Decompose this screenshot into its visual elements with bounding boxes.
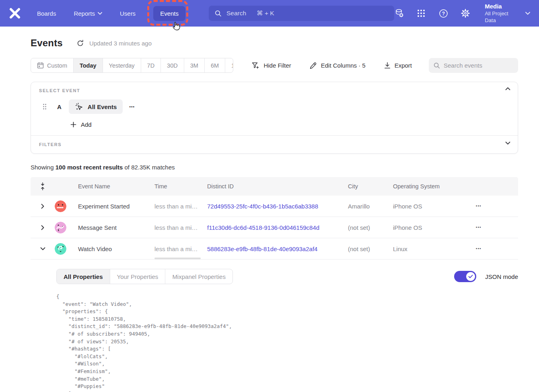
search-icon [215, 10, 222, 17]
code-line: "# of views": 20535, [56, 338, 518, 346]
detail-toolbar: All Properties Your Properties Mixpanel … [56, 269, 518, 284]
help-icon[interactable]: ? [438, 8, 448, 19]
results-prefix: Showing [31, 164, 56, 171]
mixpanel-logo-icon[interactable] [8, 6, 22, 20]
global-search-input[interactable]: Search ⌘ + K [209, 6, 394, 21]
project-switcher[interactable]: Media All Project Data [485, 2, 530, 24]
apps-grid-icon[interactable] [416, 8, 427, 19]
cell-os: iPhone OS [393, 224, 469, 231]
column-header-time[interactable]: Time [154, 183, 207, 190]
json-code-block: { "event": "Watch Video", "properties": … [56, 293, 518, 392]
add-event-button[interactable]: Add [70, 121, 510, 128]
date-range-7d[interactable]: 7D [141, 58, 161, 72]
date-range-custom[interactable]: Custom [31, 58, 74, 72]
hide-filter-label: Hide Filter [263, 62, 291, 69]
cell-os: iPhone OS [393, 203, 469, 210]
date-range-today[interactable]: Today [74, 58, 103, 72]
tab-all-properties[interactable]: All Properties [57, 269, 110, 284]
json-mode-label: JSON mode [485, 273, 518, 280]
refresh-icon[interactable] [76, 39, 84, 47]
code-line: "#Wilson", [56, 360, 518, 368]
table-row[interactable]: Message Sent less than a min... f11c30d6… [31, 217, 518, 238]
title-row: Events Updated 3 minutes ago [31, 37, 518, 49]
code-line: "#lolCats", [56, 353, 518, 361]
table-row-expanded[interactable]: Watch Video less than a min... 5886283e-… [31, 238, 518, 260]
nav-item-events-wrap: Events [153, 6, 185, 21]
date-range-3m[interactable]: 3M [184, 58, 205, 72]
toolbar-right: Hide Filter Edit Columns · 5 [233, 58, 518, 73]
expand-row-chevron-right-icon[interactable] [31, 225, 55, 230]
tab-your-properties[interactable]: Your Properties [110, 269, 166, 284]
search-events-input[interactable] [444, 62, 512, 69]
collapse-section-chevron-up-icon[interactable] [505, 87, 510, 91]
settings-gear-icon[interactable] [460, 8, 471, 19]
drag-handle-icon[interactable] [43, 103, 47, 110]
event-row-letter: A [57, 103, 62, 110]
hide-filter-button[interactable]: Hide Filter [252, 62, 291, 69]
expand-row-chevron-right-icon[interactable] [31, 204, 55, 209]
code-line: "#hashtags": [ [56, 345, 518, 353]
cell-distinct-id-link[interactable]: 5886283e-e9fb-48fb-81de-40e9093a2af4 [207, 246, 348, 252]
search-placeholder: Search [226, 10, 246, 17]
cell-city: (not set) [348, 224, 393, 231]
export-button[interactable]: Export [384, 62, 412, 69]
date-range-30d[interactable]: 30D [161, 58, 184, 72]
nav-item-users[interactable]: Users [120, 10, 136, 17]
edit-columns-button[interactable]: Edit Columns · 5 [310, 62, 366, 69]
column-header-os[interactable]: Operating System [393, 183, 469, 190]
event-avatar [55, 222, 66, 233]
json-mode-toggle[interactable] [454, 271, 476, 282]
row-more-options-icon[interactable]: ••• [469, 225, 518, 229]
date-range-yesterday[interactable]: Yesterday [103, 58, 141, 72]
expand-filters-chevron-down-icon[interactable] [505, 141, 510, 145]
tab-mixpanel-properties[interactable]: Mixpanel Properties [165, 269, 232, 284]
filters-section: FILTERS [31, 136, 518, 153]
column-header-distinct-id[interactable]: Distinct ID [207, 183, 348, 190]
top-navbar: Boards Reports Users Events Sea [0, 0, 539, 27]
code-line: "#meTube", [56, 375, 518, 383]
svg-text:?: ? [442, 11, 445, 17]
event-avatar [55, 243, 66, 255]
table-row[interactable]: Experiment Started less than a min... 72… [31, 196, 518, 217]
date-range-label: 30D [167, 62, 178, 69]
project-scope: All Project Data [485, 10, 520, 24]
cell-distinct-id-link[interactable]: f11c30d6-dc6d-4518-9136-0d046159c84d [207, 224, 348, 231]
column-header-city[interactable]: City [348, 183, 393, 190]
collapse-all-rows-icon[interactable] [31, 182, 55, 190]
code-line: "time": 1585810758, [56, 316, 518, 323]
data-management-icon[interactable] [394, 8, 405, 19]
date-range-label: Custom [47, 62, 67, 69]
event-avatar [55, 200, 66, 212]
download-icon [384, 62, 391, 69]
query-builder-card: SELECT EVENT A [31, 82, 518, 154]
collapse-row-chevron-down-icon[interactable] [31, 247, 55, 250]
nav-item-boards[interactable]: Boards [37, 10, 56, 17]
date-range-label: Yesterday [109, 62, 135, 69]
nav-item-label: Events [160, 10, 179, 17]
cell-os: Linux [393, 246, 469, 252]
events-table: Event Name Time Distinct ID City Operati… [31, 177, 518, 392]
tab-label: All Properties [64, 273, 103, 280]
nav-item-events[interactable]: Events [153, 6, 185, 21]
event-more-options-icon[interactable]: ••• [129, 105, 135, 109]
results-suffix: of 82.35K matches [123, 164, 175, 171]
date-range-12m[interactable]: 12M [225, 58, 233, 72]
row-more-options-icon[interactable]: ••• [469, 247, 518, 251]
filters-label: FILTERS [39, 142, 510, 147]
date-range-control: Custom Today Yesterday 7D 30D 3M 6M 12M [31, 58, 233, 73]
date-range-6m[interactable]: 6M [205, 58, 225, 72]
code-line: "#Puppies" [56, 383, 518, 390]
page-content: Events Updated 3 minutes ago Custom [0, 37, 539, 392]
code-line: { [56, 293, 518, 301]
nav-item-reports[interactable]: Reports [74, 10, 102, 17]
cell-distinct-id-link[interactable]: 72d49553-25fc-4f0c-b436-1b5ac6ab3388 [207, 203, 348, 210]
row-more-options-icon[interactable]: ••• [469, 204, 518, 208]
nav-item-label: Boards [37, 10, 56, 17]
results-count: 100 most recent results [56, 164, 123, 171]
event-selector-chip[interactable]: All Events [69, 99, 123, 114]
horizontal-scrollbar-thumb[interactable] [154, 258, 201, 259]
search-icon [434, 62, 440, 69]
column-header-event-name[interactable]: Event Name [78, 183, 154, 190]
event-detail-panel: All Properties Your Properties Mixpanel … [31, 260, 518, 392]
edit-columns-label: Edit Columns · 5 [321, 62, 366, 69]
